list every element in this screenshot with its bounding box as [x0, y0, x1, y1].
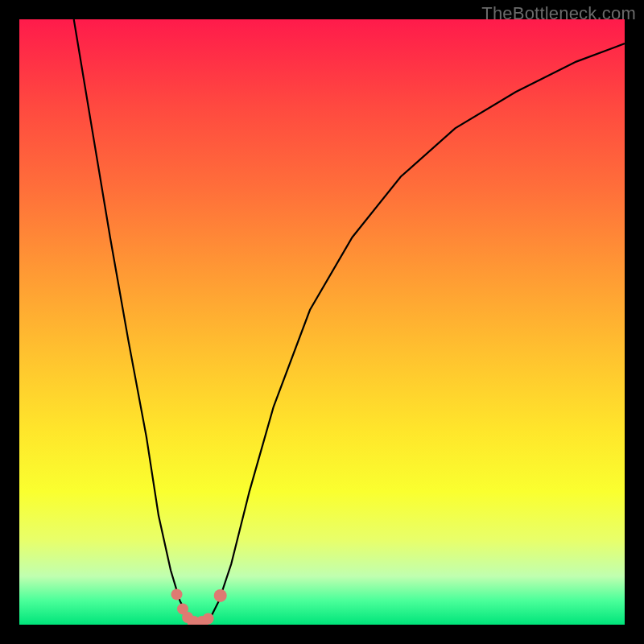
- marker-dot: [214, 589, 227, 602]
- curve-path: [74, 19, 625, 623]
- marker-dot: [171, 588, 183, 600]
- marker-dot: [203, 613, 214, 625]
- watermark-text: TheBottleneck.com: [481, 3, 636, 24]
- chart-plot-area: [19, 19, 625, 625]
- marker-group: [171, 588, 227, 625]
- bottleneck-curve: [19, 19, 625, 625]
